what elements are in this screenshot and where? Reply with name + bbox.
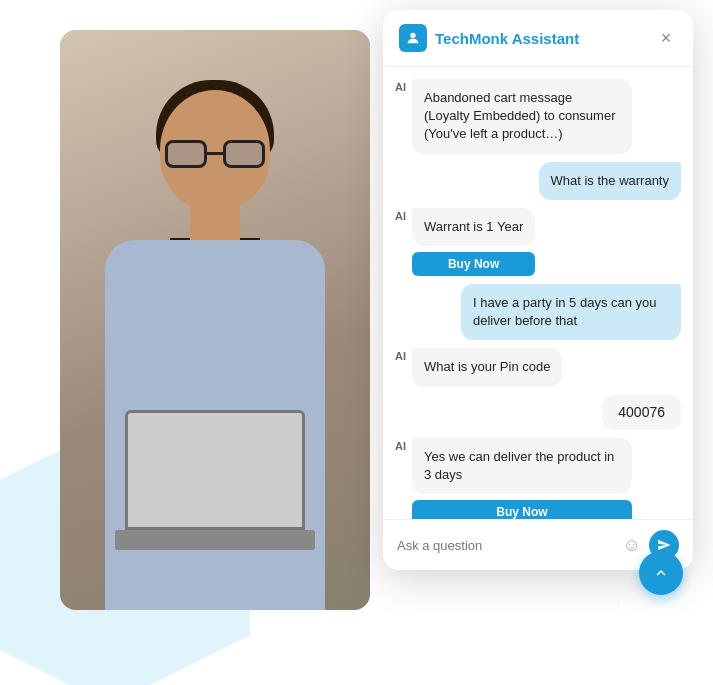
ai-bubble-3: What is your Pin code xyxy=(412,348,562,386)
chat-messages: AI Abandoned cart message (Loyalty Embed… xyxy=(383,67,693,519)
chat-header: TechMonk Assistant × xyxy=(383,10,693,67)
chat-input[interactable] xyxy=(397,538,615,553)
close-button[interactable]: × xyxy=(655,27,677,49)
scroll-up-button[interactable] xyxy=(639,551,683,595)
buy-now-button-2[interactable]: Buy Now xyxy=(412,500,632,519)
ai-label-2: AI xyxy=(395,210,406,222)
person-glasses xyxy=(165,140,265,168)
user-pin-bubble: 400076 xyxy=(602,395,681,431)
message-row-4: I have a party in 5 days can you deliver… xyxy=(395,284,681,340)
ai-bubble-4: Yes we can deliver the product in 3 days xyxy=(412,438,632,494)
emoji-icon[interactable]: ☺ xyxy=(623,535,641,556)
chat-header-left: TechMonk Assistant xyxy=(399,24,579,52)
person-photo xyxy=(60,30,370,610)
ai-bubble-1: Abandoned cart message (Loyalty Embedded… xyxy=(412,79,632,154)
message-row-5: AI What is your Pin code xyxy=(395,348,681,386)
message-row-1: AI Abandoned cart message (Loyalty Embed… xyxy=(395,79,681,154)
chat-widget: TechMonk Assistant × AI Abandoned cart m… xyxy=(383,10,693,570)
curly-arrow-decoration xyxy=(613,591,673,645)
laptop-base xyxy=(115,530,315,550)
ai-msg-content-4: Yes we can deliver the product in 3 days… xyxy=(412,438,632,519)
buy-now-button-1[interactable]: Buy Now xyxy=(412,252,535,276)
chat-logo-icon xyxy=(399,24,427,52)
message-row-6: 400076 xyxy=(395,395,681,431)
message-row-2: What is the warranty xyxy=(395,162,681,200)
ai-label-4: AI xyxy=(395,440,406,452)
user-bubble-2: I have a party in 5 days can you deliver… xyxy=(461,284,681,340)
ai-bubble-2: Warrant is 1 Year xyxy=(412,208,535,246)
user-bubble-1: What is the warranty xyxy=(539,162,682,200)
laptop-screen xyxy=(125,410,305,530)
message-row-7: AI Yes we can deliver the product in 3 d… xyxy=(395,438,681,519)
ai-label-1: AI xyxy=(395,81,406,93)
svg-point-0 xyxy=(410,33,415,38)
ai-msg-content-2: Warrant is 1 Year Buy Now xyxy=(412,208,535,276)
ai-label-3: AI xyxy=(395,350,406,362)
message-row-3: AI Warrant is 1 Year Buy Now xyxy=(395,208,681,276)
chat-title: TechMonk Assistant xyxy=(435,30,579,47)
